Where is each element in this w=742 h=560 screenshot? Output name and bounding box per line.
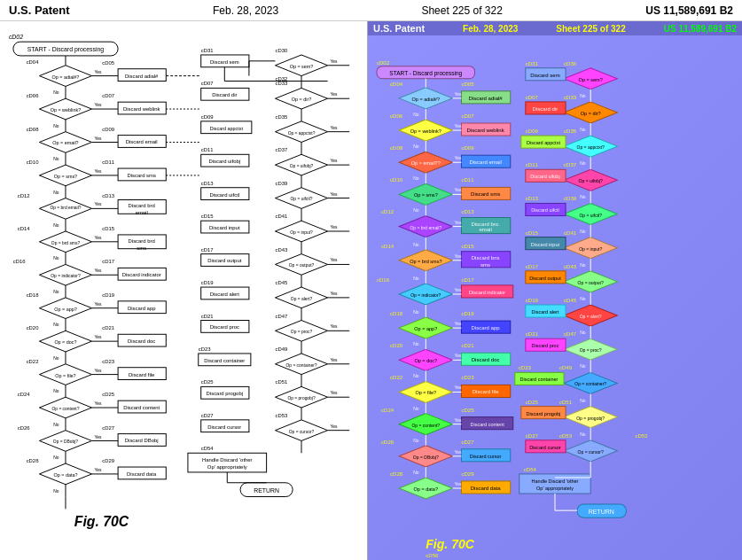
svg-text:Yes: Yes (331, 292, 339, 296)
svg-text:cD10: cD10 (390, 177, 403, 183)
svg-text:Op = weblink?: Op = weblink? (51, 107, 81, 113)
svg-text:No: No (53, 157, 59, 161)
svg-text:Op = file?: Op = file? (55, 373, 75, 378)
svg-text:cD06: cD06 (390, 113, 403, 119)
svg-text:cD43: cD43 (275, 247, 288, 253)
svg-text:No: No (53, 389, 59, 393)
svg-text:cD12: cD12 (18, 193, 30, 198)
svg-text:cD51: cD51 (559, 400, 573, 405)
svg-text:cD28: cD28 (27, 458, 40, 463)
svg-text:Discard alert: Discard alert (531, 309, 558, 315)
svg-text:Yes: Yes (94, 302, 102, 307)
svg-text:cD19: cD19 (201, 280, 214, 285)
svg-text:No: No (53, 455, 59, 460)
svg-text:Discard proc: Discard proc (531, 343, 558, 348)
svg-text:Yes: Yes (94, 401, 102, 406)
svg-text:Discard bns: Discard bns (472, 255, 500, 261)
svg-text:cD31: cD31 (201, 48, 214, 53)
svg-text:Discard content: Discard content (470, 422, 504, 427)
svg-text:cD05: cD05 (461, 82, 474, 87)
svg-text:Yes: Yes (454, 321, 462, 326)
svg-text:cD23: cD23 (519, 365, 532, 370)
svg-text:Op = uifobj?: Op = uifobj? (290, 164, 314, 168)
svg-text:cD54: cD54 (201, 446, 215, 451)
svg-text:Op = uifobj?: Op = uifobj? (579, 178, 603, 183)
svg-text:cD16: cD16 (377, 277, 390, 283)
svg-text:Discard weblink: Discard weblink (123, 106, 160, 112)
svg-text:Discard data: Discard data (127, 471, 157, 477)
svg-text:cD54: cD54 (524, 467, 537, 472)
svg-text:Discard appctxt: Discard appctxt (210, 126, 244, 131)
svg-text:Op = doc?: Op = doc? (54, 339, 76, 345)
svg-text:Yes: Yes (94, 268, 102, 273)
svg-text:Op = brd sms?: Op = brd sms? (410, 259, 441, 264)
svg-text:Discard adial#: Discard adial# (469, 96, 504, 101)
svg-text:No: No (413, 438, 419, 443)
svg-text:Op = progobj?: Op = progobj? (576, 416, 605, 421)
svg-text:cD13: cD13 (201, 181, 215, 186)
svg-text:cD45: cD45 (275, 280, 288, 285)
svg-text:Discard data: Discard data (471, 486, 501, 491)
svg-text:Discard sms: Discard sms (127, 173, 156, 178)
svg-text:cD11: cD11 (526, 162, 539, 167)
svg-text:START - Discard processing: START - Discard processing (27, 46, 105, 53)
svg-text:Op = file?: Op = file? (415, 390, 436, 395)
svg-text:cD02: cD02 (9, 34, 23, 40)
svg-text:No: No (413, 242, 419, 247)
svg-text:Op = proc?: Op = proc? (291, 330, 313, 334)
svg-text:Discard sem: Discard sem (210, 59, 239, 65)
svg-text:Op = input?: Op = input? (579, 246, 602, 252)
svg-text:Discard email: Discard email (469, 159, 501, 165)
svg-text:cD33: cD33 (564, 95, 577, 100)
svg-text:cD17: cD17 (201, 247, 214, 253)
svg-text:cD27: cD27 (102, 425, 114, 431)
svg-text:cD18: cD18 (390, 311, 403, 316)
svg-text:Discard app: Discard app (128, 306, 156, 311)
svg-text:cD21: cD21 (526, 331, 539, 337)
svg-text:No: No (580, 398, 586, 403)
right-patent-number: US 11,589,691 B2 (664, 24, 737, 34)
svg-text:Yes: Yes (331, 358, 339, 362)
svg-text:Op = adial#?: Op = adial#? (412, 97, 440, 102)
svg-text:cD37: cD37 (564, 162, 577, 167)
svg-text:Discard output: Discard output (207, 258, 241, 263)
svg-text:cD35: cD35 (275, 114, 288, 120)
svg-text:cD09: cD09 (526, 128, 539, 134)
svg-text:cD30: cD30 (564, 61, 577, 66)
svg-text:Discard proc: Discard proc (210, 324, 239, 330)
svg-text:Yes: Yes (94, 70, 102, 74)
svg-text:Discard progobj: Discard progobj (527, 411, 561, 416)
svg-text:Discard doc: Discard doc (128, 338, 155, 344)
svg-text:Yes: Yes (454, 481, 462, 486)
svg-text:cD13: cD13 (461, 210, 474, 215)
svg-text:No: No (413, 144, 419, 149)
right-flowchart: cD02 START - Discard processing cD04 Op … (372, 39, 738, 560)
svg-text:Op = brd email?: Op = brd email? (50, 206, 81, 210)
svg-text:Op = app?: Op = app? (414, 326, 437, 331)
svg-text:No: No (53, 489, 59, 494)
svg-text:cD19: cD19 (102, 292, 114, 298)
svg-text:cD04: cD04 (390, 82, 403, 87)
svg-text:Op = cursor?: Op = cursor? (578, 449, 604, 455)
right-patent-title: U.S. Patent (373, 23, 425, 34)
svg-text:Discard input: Discard input (209, 225, 240, 230)
svg-text:cD26: cD26 (18, 425, 31, 431)
svg-text:Discard sem: Discard sem (530, 73, 559, 78)
svg-text:Yes: Yes (454, 220, 462, 225)
svg-text:Discard file: Discard file (129, 372, 155, 377)
svg-text:No: No (413, 406, 419, 411)
svg-text:cD35: cD35 (564, 128, 577, 134)
svg-text:No: No (580, 229, 586, 234)
svg-text:Yes: Yes (454, 253, 462, 259)
svg-text:cD24: cD24 (381, 408, 394, 413)
svg-text:cD25: cD25 (102, 392, 115, 397)
svg-text:Discard dir: Discard dir (533, 106, 558, 112)
svg-text:Yes: Yes (454, 155, 462, 160)
svg-text:Op = alert?: Op = alert? (291, 297, 313, 301)
svg-text:cD14: cD14 (18, 226, 31, 231)
svg-text:Op = output?: Op = output? (289, 263, 315, 268)
svg-text:Discard appctxt: Discard appctxt (527, 140, 560, 145)
svg-text:cD05: cD05 (102, 60, 115, 66)
svg-text:cD56: cD56 (426, 553, 439, 558)
svg-text:No: No (53, 90, 59, 95)
